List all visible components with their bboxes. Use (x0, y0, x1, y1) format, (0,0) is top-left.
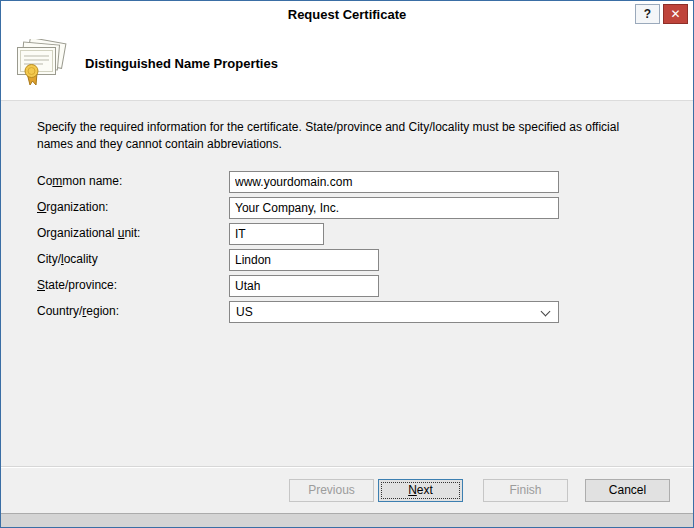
next-button[interactable]: Next (378, 479, 463, 502)
close-button[interactable]: ✕ (663, 4, 688, 24)
help-button[interactable]: ? (635, 4, 660, 24)
state-province-input[interactable] (229, 275, 379, 297)
country-region-label: Country/region: (37, 304, 119, 318)
cancel-button[interactable]: Cancel (585, 479, 670, 502)
close-icon: ✕ (670, 7, 680, 21)
form-area: Specify the required information for the… (1, 101, 693, 467)
button-bar: Previous Next Finish Cancel (1, 468, 693, 514)
common-name-input[interactable] (229, 171, 559, 193)
country-region-select[interactable]: US (229, 301, 559, 323)
window-title: Request Certificate (1, 1, 693, 29)
state-province-label: State/province: (37, 278, 117, 292)
request-certificate-dialog: Request Certificate ? ✕ (0, 0, 694, 528)
caption-buttons: ? ✕ (635, 4, 688, 24)
organizational-unit-input[interactable] (229, 223, 324, 245)
organization-input[interactable] (229, 197, 559, 219)
description-text: Specify the required information for the… (37, 119, 653, 154)
page-title: Distinguished Name Properties (85, 56, 278, 71)
window-bottom-border (1, 514, 693, 527)
wizard-header: Distinguished Name Properties (1, 29, 693, 101)
organizational-unit-label: Organizational unit: (37, 226, 140, 240)
chevron-down-icon (541, 307, 551, 317)
organization-label: Organization: (37, 200, 108, 214)
finish-button: Finish (483, 479, 568, 502)
country-region-selected-value: US (236, 305, 253, 319)
help-icon: ? (644, 7, 651, 21)
city-locality-input[interactable] (229, 249, 379, 271)
previous-button: Previous (289, 479, 374, 502)
city-locality-label: City/locality (37, 252, 98, 266)
common-name-label: Common name: (37, 174, 122, 188)
certificates-icon (15, 39, 71, 89)
titlebar[interactable]: Request Certificate ? ✕ (1, 1, 693, 29)
